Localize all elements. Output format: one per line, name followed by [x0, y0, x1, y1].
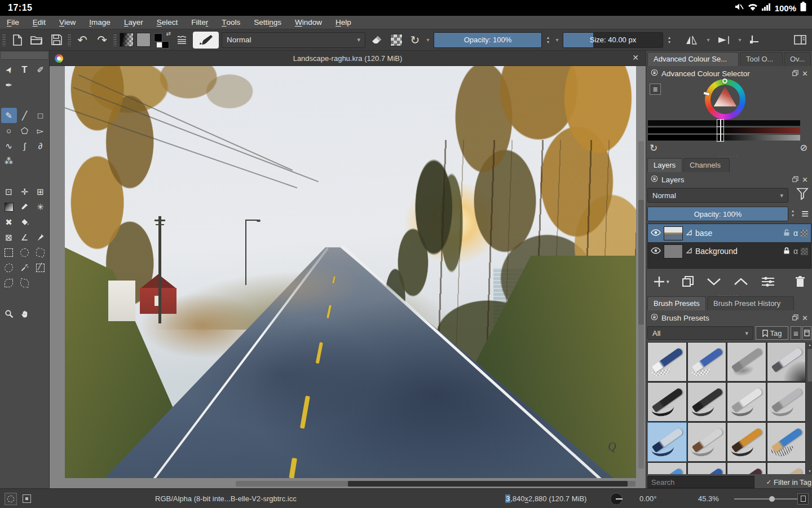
canvas-only-mode-button[interactable] — [797, 489, 809, 508]
brush-preset-round-brush[interactable] — [687, 422, 727, 462]
freehand-brush-tool[interactable]: ✎ — [1, 108, 17, 123]
canvas-painting[interactable]: Q — [65, 66, 636, 478]
brush-preset-fineliner-silver[interactable] — [727, 382, 766, 422]
brush-preset-pencil-tan[interactable] — [767, 462, 806, 474]
brush-preset-marker-black[interactable] — [687, 382, 727, 422]
zoom-tool[interactable] — [1, 306, 17, 321]
selection-mode-icon[interactable] — [23, 489, 31, 508]
ellipse-tool[interactable]: ○ — [1, 123, 17, 138]
preset-tag-filter-select[interactable]: All ▾ — [647, 326, 753, 340]
pattern-swatch[interactable] — [136, 33, 151, 47]
foreground-background-colors[interactable]: ⇄ — [153, 32, 170, 49]
text-tool[interactable]: T — [17, 62, 33, 77]
brush-preset-pencil-blue-2[interactable] — [647, 462, 687, 474]
color-slider-3[interactable] — [648, 135, 800, 141]
close-document-icon[interactable]: ✕ — [632, 53, 639, 62]
menu-item-select[interactable]: Select — [150, 16, 185, 29]
layer-name[interactable]: Background — [695, 247, 780, 256]
document-titlebar[interactable]: Landscape-raghu.kra (120.7 MiB) ✕ — [50, 51, 646, 66]
close-docker-icon[interactable]: ✕ — [802, 176, 808, 184]
reload-original-preset-button[interactable]: ↻ — [408, 32, 422, 49]
gradient-swatch[interactable] — [120, 33, 134, 47]
rectangular-selection-tool[interactable] — [1, 245, 17, 260]
save-button[interactable] — [48, 32, 65, 49]
assistants-tool[interactable]: ⊠ — [1, 230, 17, 245]
polygonal-selection-tool[interactable] — [33, 245, 48, 260]
chevron-down-icon[interactable]: ▾ — [705, 37, 711, 43]
similar-color-selection-tool[interactable] — [17, 260, 33, 275]
toolbar-grip[interactable] — [2, 34, 6, 46]
chevron-down-icon[interactable]: ▾ — [425, 37, 431, 43]
mirror-horizontal-button[interactable] — [682, 32, 703, 49]
layer-thumbnail[interactable] — [664, 226, 683, 240]
selection-display-button[interactable] — [5, 489, 17, 508]
close-docker-icon[interactable]: ✕ — [802, 314, 808, 322]
crop-tool[interactable]: ⊞ — [33, 184, 48, 199]
visibility-eye-icon[interactable] — [651, 247, 661, 256]
float-docker-icon[interactable] — [792, 69, 798, 78]
layer-filter-icon[interactable] — [796, 187, 809, 203]
menu-item-file[interactable]: File — [0, 16, 26, 29]
inherit-alpha-icon[interactable] — [801, 230, 808, 237]
bezier-selection-tool[interactable] — [1, 275, 17, 291]
magnetic-selection-tool[interactable] — [17, 275, 33, 291]
layer-name[interactable]: base — [695, 229, 780, 238]
pan-tool[interactable] — [17, 306, 33, 321]
move-tool[interactable]: ✛ — [17, 184, 33, 199]
alpha-lock-icon[interactable]: α — [793, 247, 798, 256]
redo-button[interactable]: ↷ — [94, 32, 111, 49]
measure-tool[interactable]: ∠ — [17, 230, 33, 245]
chevron-down-icon[interactable]: ▾ — [554, 37, 560, 43]
layer-blending-mode-select[interactable]: Normal ▾ — [647, 188, 788, 203]
search-input[interactable] — [647, 476, 754, 488]
layer-opacity-spinner[interactable]: ▴▾ — [789, 209, 796, 218]
brush-preset-pencil-blue[interactable] — [767, 422, 806, 462]
color-history-icon[interactable]: ↻ — [650, 142, 657, 154]
tab-brush-presets[interactable]: Brush Presets — [647, 296, 706, 310]
add-layer-button[interactable]: ▾ — [653, 275, 669, 288]
move-layer-down-button[interactable] — [707, 277, 721, 286]
color-sampler-tool[interactable] — [17, 199, 33, 214]
menu-item-view[interactable]: View — [52, 16, 82, 29]
float-docker-icon[interactable] — [792, 314, 798, 322]
tab-channels[interactable]: Channels — [683, 158, 730, 172]
canvas-vertical-scrollbar[interactable] — [638, 141, 644, 468]
tab-advanced-colour-selector[interactable]: Advanced Colour Se... — [647, 52, 739, 66]
no-color-icon[interactable]: ⊘ — [800, 142, 807, 153]
edit-brush-settings-button[interactable] — [193, 32, 219, 49]
image-dimensions[interactable]: 3,840 x 2,880 (120.7 MiB) — [505, 489, 586, 508]
menu-item-window[interactable]: Window — [288, 16, 329, 29]
toolbar-grip[interactable] — [68, 34, 71, 46]
fill-tool[interactable] — [17, 214, 33, 230]
brush-preset-dip-pen-orange[interactable] — [727, 422, 766, 462]
canvas-rotation-dial[interactable] — [610, 489, 623, 508]
brush-preset-ink-pen-black[interactable] — [647, 382, 687, 422]
brush-preset-paintbrush-wet[interactable] — [647, 422, 687, 462]
layer-properties-button[interactable] — [761, 276, 775, 287]
layer-opacity-slider[interactable]: Opacity: 100% — [647, 207, 788, 221]
canvas-horizontal-scrollbar[interactable] — [236, 481, 636, 487]
menu-item-settings[interactable]: Settings — [247, 16, 288, 29]
mirror-vertical-button[interactable] — [714, 32, 734, 49]
toolbox-header[interactable] — [1, 52, 48, 60]
multibrush-tool[interactable]: ⁂ — [1, 154, 17, 169]
polyline-tool[interactable]: ▻ — [33, 123, 48, 138]
brush-preset-marker-dark-red[interactable] — [727, 462, 766, 474]
lock-icon[interactable] — [783, 247, 791, 256]
delete-layer-button[interactable] — [795, 275, 806, 288]
bezier-curve-tool[interactable]: ∿ — [1, 138, 17, 154]
freehand-selection-tool[interactable] — [1, 260, 17, 275]
opacity-spinner[interactable]: ▴▾ — [545, 36, 551, 45]
edit-shapes-tool[interactable]: ✐ — [33, 62, 48, 77]
layer-row-base[interactable]: base α — [648, 224, 811, 242]
float-docker-icon[interactable] — [792, 176, 798, 184]
rectangle-tool[interactable]: □ — [33, 108, 48, 123]
menu-item-filter[interactable]: Filter — [184, 16, 215, 29]
tab-overview[interactable]: Ov... — [784, 52, 811, 66]
transform-tool[interactable]: ⊡ — [1, 184, 17, 199]
color-slider-2[interactable] — [648, 128, 800, 133]
reference-images-tool[interactable] — [33, 230, 48, 245]
move-layer-up-button[interactable] — [734, 277, 748, 286]
menu-item-tools[interactable]: Tools — [215, 16, 247, 29]
hue-ring-selector[interactable] — [705, 79, 745, 120]
